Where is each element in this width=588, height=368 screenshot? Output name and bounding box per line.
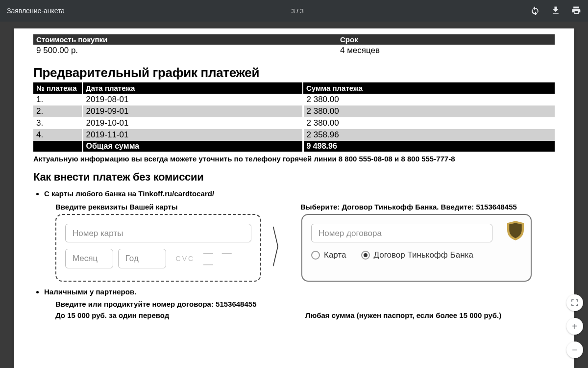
term-value: 4 месяцев [340, 46, 380, 55]
limit-right: Любая сумма (нужен паспорт, если более 1… [305, 311, 501, 319]
cvc-label: CVC [176, 255, 195, 263]
schedule-title: Предварительный график платежей [33, 65, 555, 80]
table-row: 1.2019-08-012 380.00 [33, 94, 555, 105]
rotate-icon[interactable] [530, 5, 540, 17]
card-month-input[interactable]: Месяц [65, 249, 113, 268]
radio-card[interactable]: Карта [311, 250, 346, 260]
arrow-right-icon: 〉 [270, 217, 293, 278]
download-icon[interactable] [551, 5, 561, 17]
limit-left: До 15 000 руб. за один перевод [55, 311, 271, 319]
table-total: Общая сумма9 498.96 [33, 141, 555, 152]
zoom-out-button[interactable]: − [566, 342, 583, 358]
source-card-box: Номер карты Месяц Год CVC — — — [55, 214, 261, 282]
card-form-block: Введите реквизиты Вашей карты Выберите: … [55, 203, 555, 282]
document-page: Стоимость покупки Срок 9 500.00 р. 4 мес… [14, 28, 574, 368]
price-label: Стоимость покупки [36, 35, 340, 44]
bullet-cardtocard: С карты любого банка на Tinkoff.ru/cardt… [44, 189, 555, 198]
term-label: Срок [340, 35, 358, 44]
col-no: № платежа [33, 82, 82, 94]
col-date: Дата платежа [82, 82, 303, 94]
col-sum: Сумма платежа [303, 82, 555, 94]
price-value: 9 500.00 р. [36, 46, 340, 55]
cvc-input[interactable]: — — — [203, 247, 251, 270]
table-row: 4.2019-11-012 358.96 [33, 129, 555, 141]
contract-number-line: Введите или продиктуйте номер договора: … [55, 300, 555, 308]
page-indicator: 3 / 3 [65, 7, 530, 15]
document-title: Заявление-анкета [7, 7, 65, 15]
left-form-label: Введите реквизиты Вашей карты [55, 203, 256, 211]
card-number-input[interactable]: Номер карты [65, 224, 251, 242]
toolbar: Заявление-анкета 3 / 3 [0, 0, 588, 22]
fit-to-page-button[interactable] [566, 294, 583, 311]
destination-contract-box: Номер договора Карта Договор Тинькофф Ба… [301, 214, 532, 282]
purchase-values: 9 500.00 р. 4 месяцев [33, 45, 555, 56]
zoom-controls: + − [566, 294, 583, 358]
pdf-viewer: Заявление-анкета 3 / 3 Стоимость покупки… [0, 0, 588, 368]
zoom-in-button[interactable]: + [566, 318, 583, 335]
hotline-text: Актуальную информацию вы всегда можете у… [33, 155, 555, 163]
howto-title: Как внести платеж без комиссии [33, 171, 555, 184]
radio-contract[interactable]: Договор Тинькофф Банка [361, 250, 473, 260]
tinkoff-shield-icon [507, 221, 524, 240]
print-icon[interactable] [571, 5, 581, 17]
contract-number-input[interactable]: Номер договора [311, 224, 492, 242]
bullet-partners: Наличными у партнеров. [44, 288, 555, 296]
table-row: 2.2019-09-012 380.00 [33, 105, 555, 117]
table-row: 3.2019-10-012 380.00 [33, 117, 555, 129]
right-form-label: Выберите: Договор Тинькофф Банка. Введит… [300, 203, 517, 211]
schedule-table: № платежа Дата платежа Сумма платежа 1.2… [33, 82, 555, 152]
purchase-header: Стоимость покупки Срок [33, 34, 555, 45]
limits-row: До 15 000 руб. за один перевод Любая сум… [55, 311, 555, 319]
card-year-input[interactable]: Год [118, 249, 166, 268]
